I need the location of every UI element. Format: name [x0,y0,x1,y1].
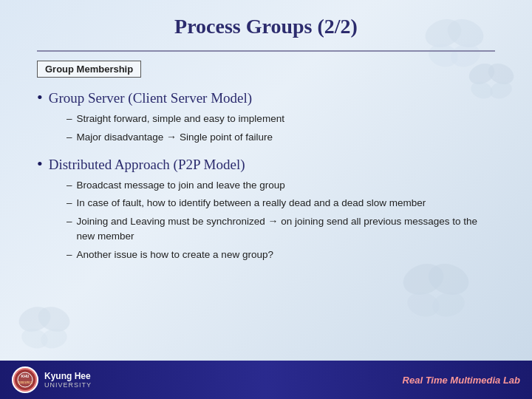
bullet-2-text: Distributed Approach (P2P Model) [49,157,245,173]
dash-2: – [66,130,72,145]
university-name: Kyung Hee [44,371,92,381]
arrow-1: → [166,131,180,143]
university-subtitle: UNIVERSITY [44,381,92,389]
sub-5-text: Joining and Leaving must be synchronized… [77,214,495,245]
logo-area: KHU 경희대학교 Kyung Hee UNIVERSITY [12,366,92,393]
sub-2-text: Major disadvantage → Single point of fai… [77,129,273,145]
bullet-1-dot: • [37,88,43,107]
sub-3-text: Broadcast message to join and leave the … [77,178,285,193]
sub-6-text: Another issue is how to create a new gro… [77,248,273,262]
arrow-2: → [267,215,281,227]
bullet-2-main: • Distributed Approach (P2P Model) [37,154,495,174]
bullet-2-subitems: – Broadcast message to join and leave th… [37,178,495,262]
bullet-2-sub-2: – In case of fault, how to identify betw… [66,196,495,211]
logo-text: Kyung Hee UNIVERSITY [44,371,92,389]
bullet-1-text: Group Server (Client Server Model) [49,90,252,106]
bullet-2-sub-3: – Joining and Leaving must be synchroniz… [66,214,495,245]
slide: Process Groups (2/2) Group Membership • … [0,0,532,399]
slide-content: Process Groups (2/2) Group Membership • … [0,0,532,330]
bullet-2-sub-1: – Broadcast message to join and leave th… [66,178,495,193]
bullet-1-main: • Group Server (Client Server Model) [37,88,495,107]
sub-1-text: Straight forward, simple and easy to imp… [77,112,284,126]
dash-6: – [66,248,72,262]
lab-name: Real Time Multimedia Lab [403,375,520,386]
bullet-1-subitems: – Straight forward, simple and easy to i… [37,112,495,146]
bullet-section-1: • Group Server (Client Server Model) – S… [37,88,495,146]
bottom-bar: KHU 경희대학교 Kyung Hee UNIVERSITY Real Time… [0,361,532,399]
slide-title: Process Groups (2/2) [37,15,495,38]
bullet-section-2: • Distributed Approach (P2P Model) – Bro… [37,154,495,262]
bullet-2-dot: • [37,154,43,174]
sub-4-text: In case of fault, how to identify betwee… [77,196,426,211]
dash-4: – [66,196,72,211]
dash-1: – [66,112,72,126]
title-divider [37,50,495,52]
svg-text:KHU: KHU [21,374,30,378]
svg-text:경희대학교: 경희대학교 [18,381,33,384]
university-logo: KHU 경희대학교 [12,366,38,393]
group-membership-badge: Group Membership [37,61,141,78]
dash-3: – [66,178,72,193]
bullet-2-sub-4: – Another issue is how to create a new g… [66,248,495,262]
bullet-1-sub-2: – Major disadvantage → Single point of f… [66,129,495,145]
bullet-1-sub-1: – Straight forward, simple and easy to i… [66,112,495,126]
dash-5: – [66,214,72,229]
